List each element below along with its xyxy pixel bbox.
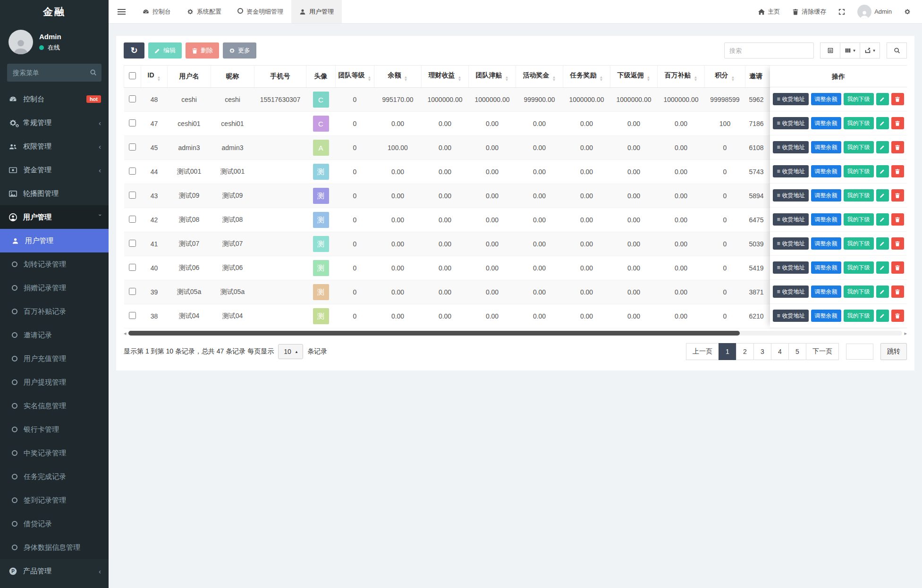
address-button[interactable]: ≡收货地址 — [773, 141, 808, 153]
sidebar-search-input[interactable] — [7, 64, 102, 82]
row-edit-button[interactable] — [876, 165, 889, 177]
row-delete-button[interactable] — [891, 237, 904, 250]
menu-toggle-button[interactable] — [109, 9, 135, 15]
row-delete-button[interactable] — [891, 213, 904, 226]
sidebar-item-控制台[interactable]: 控制台hot — [0, 87, 109, 111]
adjust-balance-button[interactable]: 调整余额 — [811, 93, 841, 105]
row-delete-button[interactable] — [891, 310, 904, 322]
sort-icon[interactable]: ▲▼ — [731, 76, 735, 82]
tab-控制台[interactable]: 控制台 — [135, 0, 179, 23]
subordinates-button[interactable]: 我的下级 — [844, 237, 874, 250]
tab-用户管理[interactable]: 用户管理 — [291, 0, 342, 23]
col-header-activity_bonus[interactable]: 活动奖金▲▼ — [516, 66, 563, 88]
scroll-left-icon[interactable]: ◂ — [124, 331, 127, 336]
sidebar-subitem-用户管理[interactable]: 用户管理 — [0, 229, 109, 252]
col-header-team_allowance[interactable]: 团队津贴▲▼ — [469, 66, 516, 88]
address-button[interactable]: ≡收货地址 — [773, 165, 808, 177]
row-edit-button[interactable] — [876, 189, 889, 202]
next-page-button[interactable]: 下一页 — [806, 343, 839, 360]
clear-cache-link[interactable]: 清除缓存 — [792, 8, 826, 16]
row-delete-button[interactable] — [891, 286, 904, 298]
row-checkbox[interactable] — [129, 240, 136, 247]
prev-page-button[interactable]: 上一页 — [686, 343, 719, 360]
sidebar-item-用户管理[interactable]: 用户管理ˇ — [0, 205, 109, 229]
page-button-3[interactable]: 3 — [753, 343, 771, 360]
sidebar-subitem-实名信息管理[interactable]: 实名信息管理 — [0, 394, 109, 418]
sort-icon[interactable]: ▲▼ — [368, 76, 372, 82]
adjust-balance-button[interactable]: 调整余额 — [811, 310, 841, 322]
page-size-select[interactable]: 10 ▴ — [278, 344, 303, 359]
col-header-balance[interactable]: 余额▲▼ — [374, 66, 422, 88]
row-checkbox[interactable] — [129, 192, 136, 199]
subordinates-button[interactable]: 我的下级 — [844, 141, 874, 153]
adjust-balance-button[interactable]: 调整余额 — [811, 117, 841, 129]
row-edit-button[interactable] — [876, 310, 889, 322]
sidebar-item-产品管理[interactable]: P产品管理‹ — [0, 559, 109, 583]
row-checkbox[interactable] — [129, 288, 136, 295]
adjust-balance-button[interactable]: 调整余额 — [811, 237, 841, 250]
more-button[interactable]: 更多 — [223, 42, 256, 59]
sidebar-subitem-百万补贴记录[interactable]: 百万补贴记录 — [0, 300, 109, 323]
page-button-1[interactable]: 1 — [719, 343, 736, 360]
sort-icon[interactable]: ▲▼ — [552, 76, 556, 82]
row-edit-button[interactable] — [876, 93, 889, 105]
adjust-balance-button[interactable]: 调整余额 — [811, 141, 841, 153]
adjust-balance-button[interactable]: 调整余额 — [811, 189, 841, 202]
row-edit-button[interactable] — [876, 286, 889, 298]
row-edit-button[interactable] — [876, 117, 889, 129]
edit-button[interactable]: 编辑 — [148, 42, 182, 59]
sidebar-item-轮播图管理[interactable]: 轮播图管理 — [0, 182, 109, 205]
row-edit-button[interactable] — [876, 237, 889, 250]
row-edit-button[interactable] — [876, 141, 889, 153]
address-button[interactable]: ≡收货地址 — [773, 261, 808, 274]
row-delete-button[interactable] — [891, 261, 904, 274]
account-menu[interactable]: Admin — [857, 5, 892, 19]
sort-icon[interactable]: ▲▼ — [505, 76, 509, 82]
col-header-rebate[interactable]: 下级返佣▲▼ — [610, 66, 658, 88]
address-button[interactable]: ≡收货地址 — [773, 310, 808, 322]
select-all-checkbox[interactable] — [129, 72, 136, 79]
row-delete-button[interactable] — [891, 93, 904, 105]
row-edit-button[interactable] — [876, 213, 889, 226]
home-link[interactable]: 主页 — [758, 8, 780, 16]
adjust-balance-button[interactable]: 调整余额 — [811, 165, 841, 177]
sidebar-item-资金管理[interactable]: 资金管理‹ — [0, 158, 109, 182]
settings-button[interactable] — [904, 8, 911, 15]
sort-icon[interactable]: ▲▼ — [157, 76, 161, 82]
page-button-2[interactable]: 2 — [736, 343, 754, 360]
sidebar-subitem-划转记录管理[interactable]: 划转记录管理 — [0, 252, 109, 276]
row-checkbox[interactable] — [129, 143, 136, 151]
col-header-id[interactable]: ID▲▼ — [141, 66, 168, 88]
subordinates-button[interactable]: 我的下级 — [844, 117, 874, 129]
sort-icon[interactable]: ▲▼ — [404, 76, 408, 82]
tab-资金明细管理[interactable]: 资金明细管理 — [229, 0, 291, 23]
sidebar-subitem-用户提现管理[interactable]: 用户提现管理 — [0, 370, 109, 394]
col-header-wealth_income[interactable]: 理财收益▲▼ — [422, 66, 469, 88]
subordinates-button[interactable]: 我的下级 — [844, 310, 874, 322]
subordinates-button[interactable]: 我的下级 — [844, 261, 874, 274]
address-button[interactable]: ≡收货地址 — [773, 286, 808, 298]
refresh-button[interactable]: ↻ — [124, 42, 144, 59]
row-delete-button[interactable] — [891, 189, 904, 202]
adjust-balance-button[interactable]: 调整余额 — [811, 261, 841, 274]
sidebar-subitem-捐赠记录管理[interactable]: 捐赠记录管理 — [0, 276, 109, 300]
subordinates-button[interactable]: 我的下级 — [844, 213, 874, 226]
subordinates-button[interactable]: 我的下级 — [844, 165, 874, 177]
subordinates-button[interactable]: 我的下级 — [844, 93, 874, 105]
jump-page-input[interactable] — [846, 344, 873, 360]
page-button-5[interactable]: 5 — [788, 343, 806, 360]
row-checkbox[interactable] — [129, 264, 136, 271]
subordinates-button[interactable]: 我的下级 — [844, 286, 874, 298]
sidebar-subitem-身体数据信息管理[interactable]: 身体数据信息管理 — [0, 536, 109, 559]
address-button[interactable]: ≡收货地址 — [773, 189, 808, 202]
adjust-balance-button[interactable]: 调整余额 — [811, 286, 841, 298]
scrollbar-track[interactable] — [128, 331, 903, 336]
row-edit-button[interactable] — [876, 261, 889, 274]
sort-icon[interactable]: ▲▼ — [694, 76, 698, 82]
sidebar-subitem-银行卡管理[interactable]: 银行卡管理 — [0, 418, 109, 441]
row-delete-button[interactable] — [891, 141, 904, 153]
fullscreen-button[interactable] — [838, 8, 845, 15]
sidebar-subitem-借贷记录[interactable]: 借贷记录 — [0, 512, 109, 536]
sidebar-subitem-中奖记录管理[interactable]: 中奖记录管理 — [0, 441, 109, 465]
row-checkbox[interactable] — [129, 95, 136, 102]
